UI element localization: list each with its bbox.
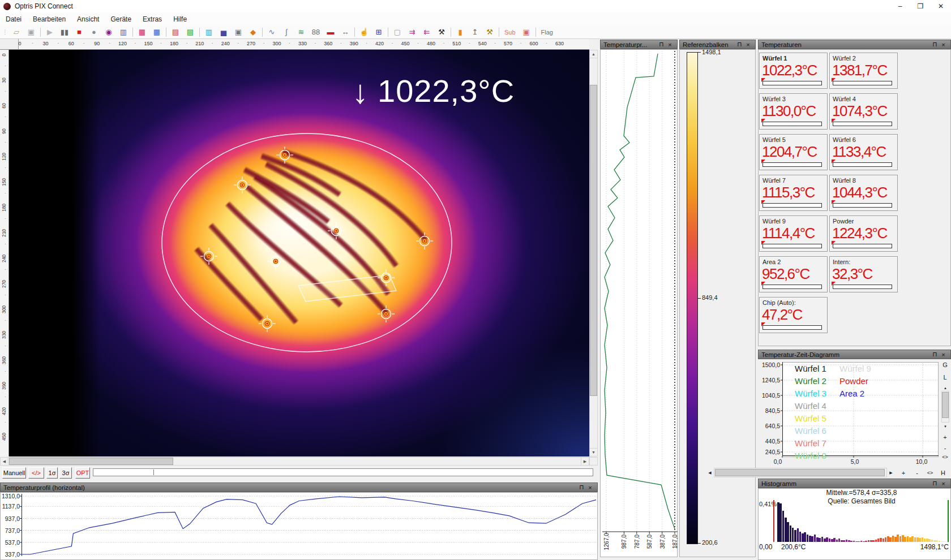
maximize-icon[interactable]: ❐	[910, 0, 931, 12]
time-diagram-l-button[interactable]: L	[940, 372, 950, 382]
menu-datei[interactable]: Datei	[0, 14, 27, 25]
close-icon[interactable]: ×	[666, 41, 674, 48]
close-icon[interactable]: ×	[939, 351, 948, 358]
reference-bar-icon[interactable]: ▮	[453, 27, 467, 38]
legend-wrfel7[interactable]: Würfel 7	[795, 438, 826, 448]
vscroll-thumb[interactable]	[590, 85, 597, 396]
close-icon[interactable]: ×	[586, 484, 594, 491]
fit-window-icon[interactable]: ⊞	[372, 27, 385, 38]
close-icon[interactable]: ✕	[931, 0, 951, 12]
legend-powder[interactable]: Powder	[839, 376, 868, 386]
scale-button-opt[interactable]: OPT	[75, 467, 90, 479]
measure-point-marker[interactable]	[200, 248, 217, 265]
palette-shift-right-icon[interactable]: ⇉	[405, 27, 419, 38]
upload-icon[interactable]: ↥	[468, 27, 482, 38]
menu-extras[interactable]: Extras	[137, 14, 168, 25]
temp-card-wrfel6[interactable]: Würfel 61133,4°C	[829, 134, 898, 170]
digits-display-icon[interactable]: 88	[309, 27, 323, 38]
temp-card-wrfel7[interactable]: Würfel 71115,3°C	[759, 175, 828, 211]
hand-cursor-icon[interactable]: ☝	[357, 27, 371, 38]
scroll-down-icon[interactable]: ▼	[941, 423, 949, 429]
scroll-down-icon[interactable]: ▼	[589, 448, 598, 456]
close-icon[interactable]: ×	[744, 41, 752, 48]
menu-hilfe[interactable]: Hilfe	[168, 14, 192, 25]
pin-icon[interactable]: ⊓	[577, 484, 586, 491]
image-dim-icon[interactable]: ▢	[391, 27, 404, 38]
palette-image-alt-icon[interactable]: ▦	[150, 27, 164, 38]
record-icon[interactable]: ●	[87, 27, 101, 38]
measure-scale-icon[interactable]: ↔	[339, 27, 352, 38]
open-file-icon[interactable]: ▱	[10, 27, 23, 38]
time-diagram-hscroll-thumb[interactable]	[715, 469, 885, 476]
scroll-right-icon[interactable]: ▶	[887, 468, 895, 477]
scroll-left-icon[interactable]: ◀	[0, 457, 8, 466]
temp-card-wrfel5[interactable]: Würfel 51204,7°C	[759, 134, 828, 170]
file-play-icon[interactable]: ▤	[183, 27, 197, 38]
minimize-icon[interactable]: –	[890, 0, 910, 12]
pause-icon[interactable]: ▮▮	[58, 27, 71, 38]
subtract-button[interactable]: Sub	[502, 27, 519, 38]
menu-bearbeiten[interactable]: Bearbeiten	[27, 14, 71, 25]
zoom-in-button[interactable]: +	[899, 468, 908, 477]
palette-shift-left-icon[interactable]: ⇇	[420, 27, 434, 38]
profile-curve-icon[interactable]: ∫	[280, 27, 293, 38]
scale-button-manuell[interactable]: Manuell	[2, 467, 26, 479]
copy-icon[interactable]: ▥	[117, 27, 130, 38]
zoom-out-button[interactable]: -	[913, 468, 922, 477]
thermal-image-canvas[interactable]: ↓ 1022,3°C	[9, 50, 589, 456]
legend-wrfel1[interactable]: Würfel 1	[795, 364, 826, 373]
multi-chart-icon[interactable]: ≋	[294, 27, 308, 38]
save-subtract-icon[interactable]: ▣	[520, 27, 533, 38]
stop-record-icon[interactable]: ■	[72, 27, 86, 38]
histogram-icon[interactable]: ▅	[217, 27, 230, 38]
measure-point-marker[interactable]	[328, 222, 345, 239]
snapshot-camera-icon[interactable]: ◉	[102, 27, 115, 38]
flag-button[interactable]: Flag	[538, 27, 556, 38]
scale-button-[interactable]: </>	[28, 467, 44, 479]
colorbar-flip-icon[interactable]: ▥	[202, 27, 216, 38]
temp-card-intern[interactable]: Intern:32,3°C	[829, 256, 898, 292]
temp-card-wrfel4[interactable]: Würfel 41074,3°C	[829, 93, 898, 130]
save-icon[interactable]: ▣	[24, 27, 38, 38]
legend-wrfel9[interactable]: Würfel 9	[839, 364, 871, 373]
time-diagram-vscroll-thumb[interactable]	[942, 392, 949, 418]
pin-icon[interactable]: ⊓	[931, 480, 939, 487]
pin-icon[interactable]: ⊓	[931, 351, 939, 358]
legend-wrfel3[interactable]: Würfel 3	[795, 389, 826, 398]
temp-card-chipauto[interactable]: Chip (Auto):47,2°C	[759, 297, 828, 333]
temp-card-wrfel2[interactable]: Würfel 21381,7°C	[829, 53, 898, 89]
temp-card-area2[interactable]: Area 2952,6°C	[759, 256, 828, 292]
measure-ellipse[interactable]	[162, 133, 452, 352]
file-record-icon[interactable]: ▤	[169, 27, 182, 38]
close-icon[interactable]: ×	[939, 480, 948, 487]
pin-icon[interactable]: ⊓	[735, 41, 744, 48]
zoom-in-button[interactable]: +	[940, 432, 950, 442]
line-chart-icon[interactable]: ∿	[265, 27, 279, 38]
menu-ansicht[interactable]: Ansicht	[71, 14, 105, 25]
scale-button-3[interactable]: 3σ	[59, 467, 72, 479]
hscroll-thumb[interactable]	[9, 458, 173, 465]
scroll-right-icon[interactable]: ▶	[581, 457, 589, 466]
temp-card-wrfel1[interactable]: Würfel 11022,3°C	[759, 53, 828, 89]
red-dashes-icon[interactable]: ▬	[324, 27, 337, 38]
pin-icon[interactable]: ⊓	[657, 41, 666, 48]
play-icon[interactable]: ▶	[43, 27, 57, 38]
time-diagram-g-button[interactable]: G	[940, 360, 950, 369]
fit-button[interactable]: <>	[925, 468, 935, 477]
temp-card-wrfel9[interactable]: Würfel 91114,4°C	[759, 216, 828, 252]
temp-card-wrfel8[interactable]: Würfel 81044,3°C	[829, 175, 898, 211]
fit-button[interactable]: <>	[939, 453, 951, 460]
palette-image-icon[interactable]: ▦	[135, 27, 149, 38]
zoom-out-button[interactable]: -	[940, 443, 950, 453]
legend-wrfel6[interactable]: Würfel 6	[795, 426, 826, 436]
tools-icon[interactable]: ⚒	[435, 27, 448, 38]
legend-wrfel8[interactable]: Würfel 8	[795, 451, 826, 460]
histogram-max-marker[interactable]	[948, 500, 949, 542]
temp-card-powder[interactable]: Powder1224,3°C	[829, 216, 898, 252]
scroll-up-icon[interactable]: ▲	[589, 50, 598, 58]
pin-icon[interactable]: ⊓	[931, 41, 939, 48]
temp-card-wrfel3[interactable]: Würfel 31130,0°C	[759, 93, 828, 130]
tools-config-icon[interactable]: ⚒	[483, 27, 496, 38]
legend-area2[interactable]: Area 2	[839, 389, 864, 398]
legend-wrfel5[interactable]: Würfel 5	[795, 413, 826, 423]
